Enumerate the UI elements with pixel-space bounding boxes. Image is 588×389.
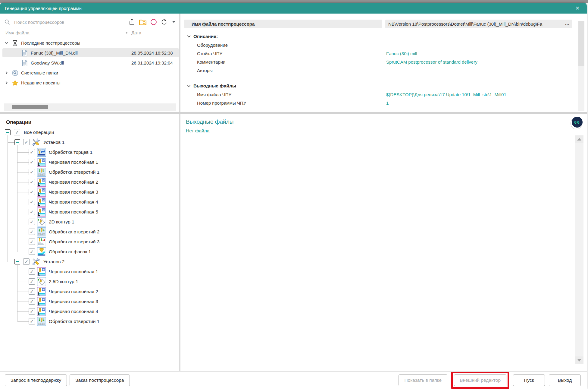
operation-row[interactable]: Черновая послойная 1 — [0, 267, 179, 277]
property-value[interactable]: SprutCAM postprocessor of standard deliv… — [386, 59, 477, 65]
operation-checkbox[interactable] — [29, 318, 35, 324]
property-section-header[interactable]: Описание: — [184, 32, 572, 41]
operation-row[interactable]: Черновая послойная 3 — [0, 187, 179, 197]
folder-search-button[interactable] — [138, 17, 147, 27]
collapse-expand-box[interactable] — [5, 129, 11, 135]
property-row[interactable]: Авторы — [184, 66, 572, 74]
property-label: Оборудование — [197, 43, 228, 48]
operation-checkbox[interactable] — [29, 219, 35, 225]
operation-checkbox[interactable] — [29, 288, 35, 295]
refresh-button[interactable] — [160, 18, 168, 26]
footer-button[interactable]: Заказ постпроцессора — [70, 374, 130, 386]
operation-row[interactable]: Черновая послойная 2 — [0, 177, 179, 187]
counter-badge: 00 — [572, 117, 583, 128]
scroll-up-icon[interactable] — [575, 135, 583, 143]
title-bar[interactable]: Генерация управляющей программы ✕ — [0, 3, 587, 14]
search-input[interactable] — [14, 19, 128, 25]
operation-row[interactable]: Черновая послойная 4 — [0, 306, 179, 316]
property-value[interactable]: 1 — [386, 100, 389, 106]
postprocessor-file-row[interactable]: Fanuc (30i)_Mill_DN.dll28.05.2024 16:52:… — [0, 48, 179, 58]
operation-checkbox[interactable] — [29, 179, 35, 185]
operation-checkbox[interactable] — [29, 159, 35, 165]
property-row[interactable]: КомментарииSprutCAM postprocessor of sta… — [184, 58, 572, 66]
operation-row[interactable]: Черновая послойная 2 — [0, 286, 179, 296]
properties-scrollbar[interactable] — [578, 21, 584, 111]
scroll-down-icon[interactable] — [575, 356, 583, 364]
setup-row[interactable]: Установ 2 — [0, 257, 179, 267]
chevron-right-icon[interactable] — [4, 81, 9, 85]
postprocessor-file-path-value[interactable]: NB\Version 18\Postprocessors\Dotnet\Mill… — [385, 20, 572, 28]
operation-row[interactable]: 2.5D контур 1 — [0, 277, 179, 286]
operation-row[interactable]: 2D контур 1 — [0, 217, 179, 227]
property-value[interactable]: Fanuc (30i) mill — [386, 51, 417, 56]
footer-button[interactable]: Выход — [549, 374, 581, 386]
dropdown-button[interactable] — [172, 20, 176, 24]
operation-checkbox[interactable] — [29, 189, 35, 195]
postprocessor-group-row[interactable]: Системные папки — [0, 68, 179, 78]
operation-checkbox[interactable] — [29, 229, 35, 235]
operation-checkbox[interactable] — [14, 129, 20, 135]
horizontal-scrollbar[interactable] — [4, 103, 176, 111]
search-icon — [4, 19, 10, 25]
chevron-right-icon[interactable] — [4, 71, 9, 75]
footer-button[interactable]: Пуск — [513, 374, 545, 386]
operation-row[interactable]: Обработка отверстий 1 — [0, 316, 179, 326]
remove-button[interactable] — [149, 18, 158, 26]
footer-left-buttons: Запрос в техподдержкуЗаказ постпроцессор… — [5, 374, 130, 386]
operation-checkbox[interactable] — [29, 169, 35, 175]
operation-checkbox[interactable] — [29, 298, 35, 305]
system-folders-icon — [12, 70, 18, 76]
properties-scrollbar-thumb[interactable] — [578, 21, 584, 66]
operation-checkbox[interactable] — [29, 268, 35, 275]
horizontal-splitter[interactable] — [0, 112, 587, 114]
property-value[interactable]: $(DESKTOP)\Для релиза\17 Update 10\1_Mil… — [386, 92, 506, 97]
postprocessor-tree: Последние постпроцессорыFanuc (30i)_Mill… — [0, 38, 179, 88]
operation-row[interactable]: Обработка отверстий 1 — [0, 167, 179, 177]
operation-checkbox[interactable] — [29, 308, 35, 315]
operation-row[interactable]: Обработка фасок 1 — [0, 247, 179, 257]
operation-checkbox[interactable] — [29, 149, 35, 155]
operation-checkbox[interactable] — [29, 199, 35, 205]
footer-button[interactable]: Внешний редактор — [454, 374, 506, 386]
operation-row[interactable]: Обработка отверстий 3 — [0, 237, 179, 247]
property-row[interactable]: Номер программы ЧПУ1 — [184, 99, 572, 107]
column-header-date[interactable]: Дата — [131, 30, 141, 35]
operation-row[interactable]: Черновая послойная 5 — [0, 207, 179, 217]
remove-icon — [150, 18, 157, 26]
operation-row[interactable]: Обработка отверстий 2 — [0, 227, 179, 237]
browse-more-button[interactable]: ••• — [563, 20, 571, 28]
property-section-header[interactable]: Выходные файлы — [184, 82, 572, 90]
operation-row[interactable]: Черновая послойная 1 — [0, 157, 179, 167]
no-file-link[interactable]: Нет файла — [186, 128, 209, 134]
operation-row[interactable]: Черновая послойная 3 — [0, 296, 179, 306]
collapse-expand-box[interactable] — [14, 139, 20, 145]
setup-row[interactable]: Установ 1 — [0, 137, 179, 147]
footer-button[interactable]: Показать в папке — [399, 374, 447, 386]
operation-checkbox[interactable] — [29, 248, 35, 255]
operation-checkbox[interactable] — [29, 278, 35, 285]
operation-checkbox[interactable] — [29, 239, 35, 245]
operation-checkbox[interactable] — [23, 139, 30, 145]
property-row[interactable]: Стойка ЧПУFanuc (30i) mill — [184, 49, 572, 58]
operation-label: Обработка торцев 1 — [49, 150, 92, 155]
operation-label: Установ 2 — [43, 259, 64, 264]
operation-row[interactable]: Черновая послойная 4 — [0, 197, 179, 207]
postprocessor-group-row[interactable]: Недавние проекты — [0, 78, 179, 88]
operation-checkbox[interactable] — [29, 209, 35, 215]
close-icon[interactable]: ✕ — [573, 4, 582, 13]
operation-row[interactable]: Обработка торцев 1 — [0, 147, 179, 157]
column-header-file-name[interactable]: Имя файла — [5, 30, 30, 35]
file-label: Недавние проекты — [21, 80, 61, 85]
export-button[interactable] — [128, 18, 136, 26]
all-operations-row[interactable]: Все операции — [0, 127, 179, 137]
postprocessor-file-row[interactable]: Goodway SW.dll26.01.2024 19:32:04 — [0, 58, 179, 68]
horizontal-scrollbar-thumb[interactable] — [12, 105, 48, 109]
collapse-expand-box[interactable] — [14, 259, 20, 264]
operation-checkbox[interactable] — [23, 258, 30, 265]
property-row[interactable]: Оборудование — [184, 41, 572, 49]
property-row[interactable]: Имя файла ЧПУ$(DESKTOP)\Для релиза\17 Up… — [184, 90, 572, 99]
chevron-down-icon[interactable] — [4, 41, 9, 45]
output-scrollbar[interactable] — [575, 135, 583, 364]
postprocessor-group-row[interactable]: Последние постпроцессоры — [0, 38, 179, 48]
footer-button[interactable]: Запрос в техподдержку — [5, 374, 67, 386]
